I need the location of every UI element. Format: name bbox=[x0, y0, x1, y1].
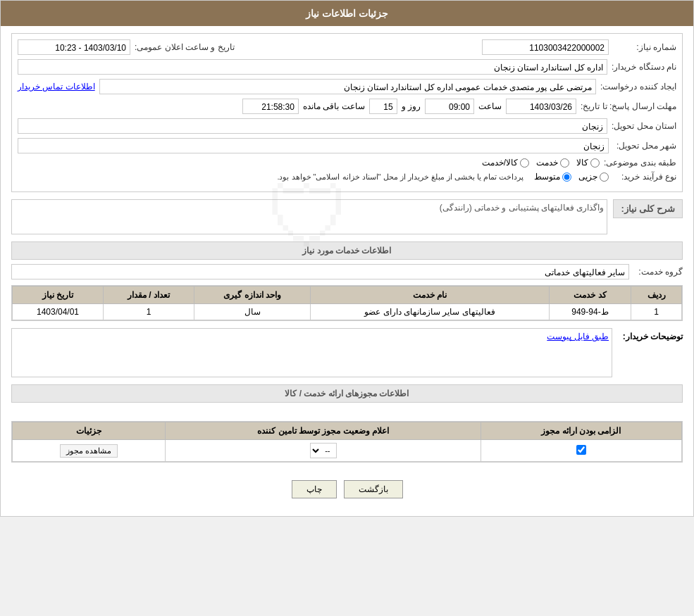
elzami-checkbox[interactable] bbox=[576, 445, 586, 455]
mohlat-label: مهلت ارسال پاسخ: تا تاریخ: bbox=[581, 101, 676, 111]
shahr-value: زنجان bbox=[18, 138, 609, 153]
tosih-link[interactable]: طبق فایل پیوست bbox=[547, 332, 609, 341]
cell-kod: ط-94-949 bbox=[549, 304, 631, 320]
sharh-narration-box: واگذاری فعالیتهای پشتیبانی و خدماتی (ران… bbox=[11, 199, 607, 234]
view-permit-button[interactable]: مشاهده مجوز bbox=[60, 444, 118, 458]
tosih-content: طبق فایل پیوست bbox=[11, 328, 612, 377]
ostan-value: زنجان bbox=[18, 118, 607, 134]
kala-khedmat-radio-label: کالا/خدمت bbox=[482, 158, 518, 168]
kala-radio[interactable] bbox=[590, 158, 600, 168]
jozii-radio-label: جزیی bbox=[578, 172, 597, 182]
khedmat-radio-item[interactable]: خدمت bbox=[536, 158, 569, 168]
mohlat-date: 1403/03/26 bbox=[506, 99, 576, 114]
group-label: گروه خدمت: bbox=[633, 267, 683, 277]
cell-joziyat: مشاهده مجوز bbox=[13, 440, 166, 462]
baghimande-label: ساعت باقی مانده bbox=[303, 101, 365, 111]
ejad-value: مرتضی علی پور متصدی خدمات عمومی اداره کل… bbox=[99, 79, 596, 94]
bottom-buttons: بازگشت چاپ bbox=[11, 470, 683, 509]
col-kod: کد خدمت bbox=[549, 287, 631, 304]
mojoz-row: -- مشاهده مجوز bbox=[13, 440, 682, 462]
khedmat-radio-label: خدمت bbox=[536, 158, 558, 168]
tabaghe-label: طبقه بندی موضوعی: bbox=[604, 158, 676, 168]
pardakht-notice: پرداخت تمام یا بخشی از مبلغ خریدار از مح… bbox=[277, 172, 523, 182]
cell-alam: -- bbox=[166, 440, 481, 462]
noe-farayand-label: نوع فرآیند خرید: bbox=[613, 172, 676, 182]
ejad-label: ایجاد کننده درخواست: bbox=[600, 82, 676, 92]
cell-nam: فعالیتهای سایر سازمانهای دارای عضو bbox=[311, 304, 550, 320]
kala-radio-label: کالا bbox=[576, 158, 588, 168]
roz-value: 15 bbox=[369, 99, 397, 114]
col-tarikh: تاریخ نیاز bbox=[13, 287, 104, 304]
col-joziyat: جزئیات bbox=[13, 422, 166, 440]
kala-khedmat-radio-item[interactable]: کالا/خدمت bbox=[482, 158, 529, 168]
group-value: سایر فعالیتهای خدماتی bbox=[11, 264, 629, 279]
shomare-niaz-label: شماره نیاز: bbox=[613, 42, 676, 52]
col-nam: نام خدمت bbox=[311, 287, 550, 304]
table-row: 1 ط-94-949 فعالیتهای سایر سازمانهای دارا… bbox=[13, 304, 682, 320]
sharh-section-title: شرح کلی نیاز: bbox=[613, 199, 683, 218]
khadamat-section-title: اطلاعات خدمات مورد نیاز bbox=[11, 241, 683, 260]
cell-radif: 1 bbox=[631, 304, 682, 320]
back-button[interactable]: بازگشت bbox=[344, 480, 403, 498]
tosih-label: توضیحات خریدار: bbox=[619, 328, 683, 341]
kala-khedmat-radio[interactable] bbox=[520, 158, 529, 168]
sharh-text: واگذاری فعالیتهای پشتیبانی و خدماتی (ران… bbox=[440, 203, 605, 213]
tosih-box: طبق فایل پیوست bbox=[11, 328, 612, 377]
countdown-value: 21:58:30 bbox=[242, 99, 299, 114]
cell-tarikh: 1403/04/01 bbox=[13, 304, 104, 320]
tarikh-value: 1403/03/10 - 10:23 bbox=[18, 39, 130, 55]
print-button[interactable]: چاپ bbox=[292, 480, 337, 498]
khedmat-radio[interactable] bbox=[560, 158, 569, 168]
motevaset-radio[interactable] bbox=[562, 172, 571, 182]
mojoz-section-title: اطلاعات مجوزهای ارائه خدمت / کالا bbox=[11, 384, 683, 403]
cell-elzami bbox=[481, 440, 681, 462]
shahr-label: شهر محل تحویل: bbox=[613, 141, 676, 151]
col-elzami: الزامی بودن ارائه مجوز bbox=[481, 422, 681, 440]
cell-vahed: سال bbox=[194, 304, 310, 320]
jozii-radio-item[interactable]: جزیی bbox=[578, 172, 609, 182]
kala-radio-item[interactable]: کالا bbox=[576, 158, 600, 168]
motevaset-radio-item[interactable]: متوسط bbox=[534, 172, 571, 182]
alam-select[interactable]: -- bbox=[310, 443, 337, 458]
motevaset-radio-label: متوسط bbox=[534, 172, 560, 182]
col-radif: ردیف bbox=[631, 287, 682, 304]
roz-label: روز و bbox=[402, 101, 421, 111]
ettelaat-link[interactable]: اطلاعات تماس خریدار bbox=[18, 82, 95, 92]
nam-dastgah-label: نام دستگاه خریدار: bbox=[612, 62, 676, 72]
mohlat-time: 09:00 bbox=[425, 99, 474, 114]
col-tedad: تعداد / مقدار bbox=[104, 287, 194, 304]
cell-tedad: 1 bbox=[104, 304, 194, 320]
shomare-niaz-value: 1103003422000002 bbox=[482, 39, 609, 55]
tosih-section: توضیحات خریدار: طبق فایل پیوست bbox=[11, 328, 683, 377]
nam-dastgah-value: اداره کل استاندارد استان زنجان bbox=[18, 59, 607, 75]
page-title: جزئیات اطلاعات نیاز bbox=[1, 1, 693, 26]
tarikh-label: تاریخ و ساعت اعلان عمومی: bbox=[135, 42, 235, 52]
col-alam: اعلام وضعیت مجوز توسط تامین کننده bbox=[166, 422, 481, 440]
khadamat-table: ردیف کد خدمت نام خدمت واحد اندازه گیری ت… bbox=[12, 286, 682, 320]
ostan-label: استان محل تحویل: bbox=[612, 121, 676, 131]
col-vahed: واحد اندازه گیری bbox=[194, 287, 310, 304]
jozii-radio[interactable] bbox=[600, 172, 609, 182]
mojoz-table: الزامی بودن ارائه مجوز اعلام وضعیت مجوز … bbox=[12, 422, 682, 462]
time-label: ساعت bbox=[478, 101, 502, 111]
